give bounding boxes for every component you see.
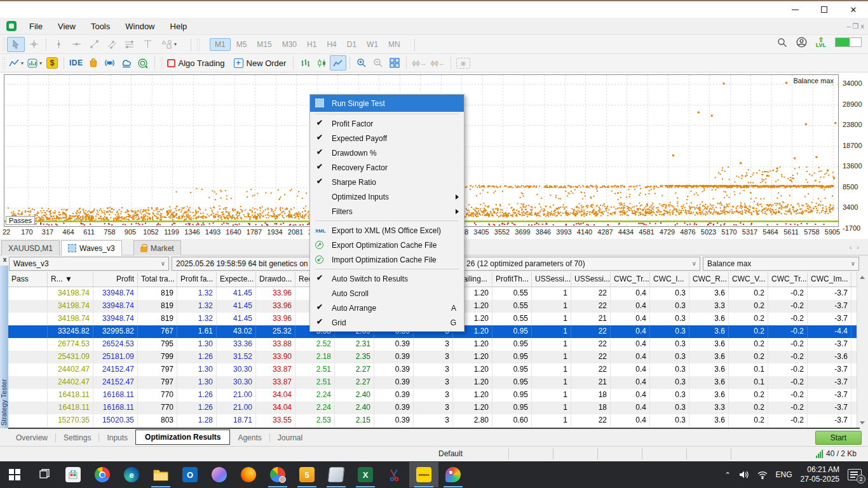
table-cell[interactable]: 1 [532, 300, 571, 313]
table-cell[interactable]: -0.2 [768, 313, 808, 325]
table-cell[interactable]: -3.7 [808, 300, 851, 313]
table-cell[interactable] [8, 363, 48, 376]
timeframe-h4[interactable]: H4 [322, 39, 341, 50]
table-cell[interactable]: 43.02 [217, 325, 256, 338]
new-order-button[interactable]: + New Order [232, 55, 288, 71]
table-cell[interactable]: 0.3 [650, 402, 689, 414]
excel-icon[interactable]: X [351, 462, 380, 487]
table-cell[interactable]: 2.24 [295, 389, 335, 402]
table-cell[interactable]: 803 [138, 414, 177, 427]
criterion-select[interactable]: Balance max∨ [703, 257, 859, 271]
table-cell[interactable]: 1.26 [177, 389, 217, 402]
timeframe-m1[interactable]: M1 [210, 38, 231, 51]
shift-end-button[interactable]: ϕϕ→ [410, 55, 428, 71]
table-cell[interactable]: 795 [138, 338, 177, 351]
table-cell[interactable]: 3 [414, 376, 453, 389]
table-cell[interactable]: 33948.74 [93, 313, 138, 325]
table-cell[interactable]: 2.51 [295, 376, 335, 389]
table-cell[interactable]: 3.6 [689, 376, 729, 389]
table-cell[interactable]: 0.39 [374, 363, 414, 376]
table-cell[interactable]: 0.95 [492, 363, 532, 376]
table-cell[interactable]: -3.7 [808, 389, 851, 402]
table-cell[interactable]: 0.1 [729, 363, 768, 376]
table-cell[interactable]: 2.18 [295, 351, 335, 363]
column-header-16[interactable]: CWC_I... [650, 272, 689, 287]
table-cell[interactable]: 0.95 [492, 325, 532, 338]
table-cell[interactable]: 0.39 [374, 389, 414, 402]
table-cell[interactable]: 0.2 [729, 313, 768, 325]
table-cell[interactable]: -0.2 [768, 351, 808, 363]
table-cell[interactable]: -0.2 [768, 376, 808, 389]
table-cell[interactable]: 1.32 [177, 300, 217, 313]
trendline-tool-button[interactable] [85, 37, 103, 52]
table-cell[interactable]: -0.2 [768, 287, 808, 300]
table-cell[interactable]: -0.2 [768, 300, 808, 313]
table-cell[interactable]: 3 [414, 351, 453, 363]
tray-chevron-icon[interactable]: ⌃ [724, 471, 730, 479]
table-cell[interactable]: 0.4 [611, 300, 650, 313]
timeframe-mn[interactable]: MN [384, 39, 405, 50]
table-row[interactable]: 24402.4724152.477971.3030.3033.872.512.2… [8, 363, 857, 376]
table-cell[interactable]: 0.39 [374, 338, 414, 351]
chart-tab-market[interactable]: Market [133, 240, 181, 255]
context-menu-item-optimized-inputs[interactable]: Optimized Inputs [310, 189, 464, 204]
table-cell[interactable]: 1.32 [177, 287, 217, 300]
table-cell[interactable]: 1 [532, 351, 571, 363]
tester-tab-agents[interactable]: Agents [230, 431, 269, 445]
table-cell[interactable]: 3.6 [689, 313, 729, 325]
outlook-icon[interactable]: O [175, 462, 205, 487]
table-cell[interactable]: 0.3 [650, 376, 689, 389]
table-cell[interactable]: 799 [138, 351, 177, 363]
table-cell[interactable]: 3.6 [689, 414, 729, 427]
table-cell[interactable]: 0.39 [374, 402, 414, 414]
table-cell[interactable] [8, 389, 48, 402]
table-cell[interactable]: 0.95 [492, 351, 532, 363]
table-cell[interactable]: 22 [571, 300, 611, 313]
table-row[interactable]: 15270.3515020.358031.2818.7133.552.532.1… [8, 414, 857, 427]
table-cell[interactable]: 15020.35 [93, 414, 138, 427]
column-header-13[interactable]: USSessi... [532, 272, 571, 287]
timeframe-m5[interactable]: M5 [232, 39, 252, 50]
chrome-profile-icon[interactable] [263, 462, 292, 487]
start-menu-button[interactable] [0, 462, 29, 487]
menu-view[interactable]: View [50, 18, 83, 34]
table-cell[interactable] [8, 402, 48, 414]
table-cell[interactable]: 819 [138, 287, 177, 300]
table-cell[interactable] [8, 414, 48, 427]
menu-help[interactable]: Help [163, 18, 195, 34]
timeframe-h1[interactable]: H1 [302, 39, 321, 50]
table-cell[interactable]: -0.2 [768, 363, 808, 376]
line-chart-mode-button[interactable] [330, 55, 346, 71]
table-cell[interactable]: 34198.74 [48, 300, 93, 313]
table-cell[interactable]: 2.15 [335, 414, 374, 427]
ide-button[interactable]: IDE [67, 55, 85, 71]
table-cell[interactable]: 3.6 [689, 389, 729, 402]
table-cell[interactable]: 0.3 [650, 414, 689, 427]
table-cell[interactable]: 3.3 [689, 300, 729, 313]
notification-center-icon[interactable]: 2 [848, 469, 862, 480]
table-cell[interactable]: 0.4 [611, 376, 650, 389]
table-cell[interactable]: 2.52 [295, 338, 335, 351]
timeframe-d1[interactable]: D1 [342, 39, 361, 50]
table-cell[interactable]: 0.4 [611, 313, 650, 325]
table-cell[interactable]: 0.4 [611, 287, 650, 300]
table-cell[interactable]: 34198.74 [48, 287, 93, 300]
tile-windows-button[interactable] [386, 55, 403, 71]
table-cell[interactable]: 3 [414, 363, 453, 376]
tester-tab-overview[interactable]: Overview [8, 431, 55, 445]
table-cell[interactable]: 33948.74 [93, 300, 138, 313]
table-cell[interactable]: 0.3 [650, 325, 689, 338]
equidistant-channel-tool-button[interactable] [121, 37, 139, 52]
start-button[interactable]: Start [815, 431, 862, 445]
close-button[interactable]: ✕ [839, 1, 868, 18]
table-row[interactable]: 25431.0925181.097991.2631.5233.902.182.3… [8, 351, 857, 363]
table-cell[interactable]: 0.60 [492, 414, 532, 427]
table-cell[interactable]: -3.7 [808, 376, 851, 389]
table-cell[interactable]: 1.20 [453, 402, 492, 414]
table-cell[interactable] [8, 287, 48, 300]
table-cell[interactable]: 2.53 [295, 414, 335, 427]
table-cell[interactable]: 1.20 [453, 363, 492, 376]
table-cell[interactable]: 18 [571, 389, 611, 402]
table-cell[interactable]: 24152.47 [93, 363, 138, 376]
table-cell[interactable]: 0.2 [729, 402, 768, 414]
